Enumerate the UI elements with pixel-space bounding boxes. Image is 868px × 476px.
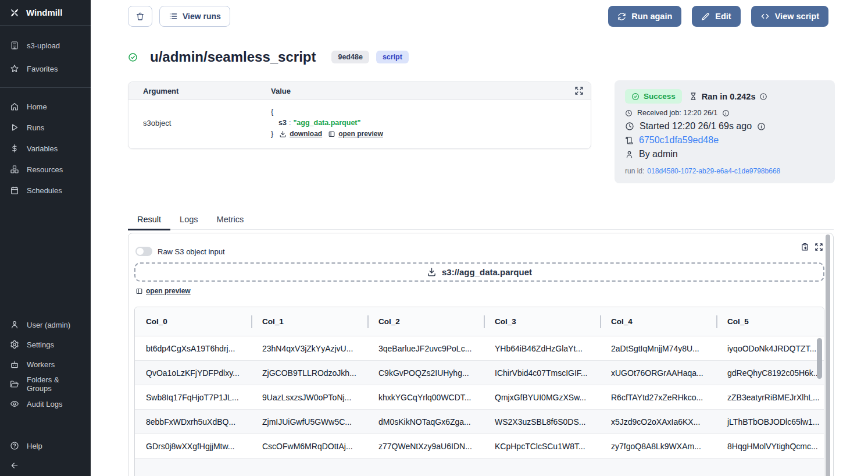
column-divider[interactable] [484,315,485,328]
json-key: s3 [278,119,287,127]
table-cell: dM0sKikNOTaqGx6Zga... [367,417,484,427]
delete-button[interactable] [128,6,152,27]
column-divider[interactable] [600,315,601,328]
arguments-card: Argument Value s3object { s3:"agg_data.p… [128,81,591,149]
result-data-table: Col_0 Col_1 Col_2 Col_3 Col_4 Col_5 bt6d… [134,307,824,476]
table-header-row: Col_0 Col_1 Col_2 Col_3 Col_4 Col_5 [135,307,824,336]
s3-file-download-area[interactable]: s3://agg_data.parquet [134,262,824,282]
play-icon [10,123,19,132]
sidebar-item-label: s3-upload [27,41,60,50]
table-row[interactable]: bt6dp4CgXsA19T6hdrj... 23hN4qxV3jZkYyAzj… [135,336,824,361]
column-divider[interactable] [367,315,369,328]
code-icon [760,12,770,21]
table-cell: 8ebbFxWDxrh5uXdBQ... [135,417,251,427]
toolbar-left: View runs [128,6,230,27]
sidebar-collapse-button[interactable] [0,456,91,475]
table-cell: R6cfTAYtd27xZeRHkco... [600,393,716,402]
sidebar-item-user-admin[interactable]: User (admin) [0,315,91,335]
table-row[interactable]: Swb8Iq17FqHjoT7P1JL... 9UazLsxzsJW0oPToN… [135,385,824,410]
open-preview-link[interactable]: open preview [328,129,383,140]
tab-metrics[interactable]: Metrics [208,212,253,230]
argument-column-header: Argument [128,87,256,95]
sidebar-item-label: Home [27,102,47,111]
run-id-row: run id: 018d4580-1072-ab29-e6a4-c1de9798… [625,167,824,175]
info-icon[interactable] [757,122,766,131]
json-colon: : [289,119,291,127]
table-cell: GDrs0j8wXXgfHgjjMtw... [135,442,251,451]
table-cell: 9UazLsxzsJW0oPToNj... [251,393,367,402]
sidebar-item-workers[interactable]: Workers [0,354,91,374]
list-icon [169,12,178,21]
check-circle-icon [631,93,640,101]
table-cell: jLThBTbOBJODlc65lw1... [716,417,824,427]
app-title: Windmill [26,8,62,17]
sidebar-item-variables[interactable]: Variables [0,138,91,159]
expand-icon[interactable] [815,243,823,251]
sidebar-item-runs[interactable]: Runs [0,117,91,138]
sidebar-item-folders-groups[interactable]: Folders & Groups [0,374,91,394]
table-cell: 2aDtSgtIqMnjjM74y8U... [600,344,716,353]
raw-s3-toggle[interactable] [135,247,152,256]
trash-icon [135,12,145,21]
arguments-header: Argument Value [128,82,591,100]
sidebar-item-label: User (admin) [27,321,70,329]
sidebar-item-label: Workers [27,360,55,369]
status-label: Success [644,92,676,101]
view-runs-button[interactable]: View runs [159,6,230,27]
open-preview-link[interactable]: open preview [135,287,191,295]
panel-scrollbar[interactable] [826,235,830,476]
run-again-button[interactable]: Run again [608,6,681,27]
column-divider[interactable] [251,315,252,328]
table-cell: gdReQhyC8192c05H6k.. [716,368,824,378]
info-icon[interactable] [722,109,730,117]
user-icon [625,150,634,159]
sidebar-workspace-section: s3-upload Favorites [0,34,91,80]
sidebar-item-home[interactable]: Home [0,96,91,117]
sidebar-item-favorites[interactable]: Favorites [0,57,91,80]
duration: Ran in 0.242s [689,92,768,101]
sidebar-item-s3-upload[interactable]: s3-upload [0,34,91,57]
sidebar-item-settings[interactable]: Settings [0,335,91,354]
table-cell: YHb64iB46ZdHzGlaYt... [484,344,600,353]
toolbar-right: Run again Edit View script [608,6,828,27]
calendar-icon [10,186,19,195]
page-header: u/admin/seamless_script 9ed48e script [128,49,409,65]
run-again-label: Run again [631,12,672,21]
sidebar-item-audit-logs[interactable]: Audit Logs [0,394,91,414]
run-id-link[interactable]: 018d4580-1072-ab29-e6a4-c1de9798b668 [647,167,780,175]
home-icon [10,102,19,111]
column-divider[interactable] [716,315,717,328]
table-scrollbar[interactable] [817,338,822,379]
clipboard-copy-icon[interactable] [801,243,809,251]
table-cell: xUGOt76ORGrAAHaqa... [600,368,716,378]
eye-icon [10,399,19,408]
sidebar-item-resources[interactable]: Resources [0,159,91,180]
run-id-label: run id: [625,167,644,175]
tab-logs[interactable]: Logs [170,212,207,230]
open-preview-label: open preview [338,129,383,140]
app-brand[interactable]: Windmill [0,0,91,26]
info-icon[interactable] [759,93,767,101]
view-script-button[interactable]: View script [751,6,828,27]
run-by-row: By admin [625,149,824,159]
sidebar-item-help[interactable]: Help [0,436,91,456]
expand-icon[interactable] [574,86,584,95]
tab-result[interactable]: Result [128,212,170,230]
toggle-knob [137,248,144,255]
sidebar-item-schedules[interactable]: Schedules [0,180,91,201]
boxes-icon [10,165,19,174]
edit-label: Edit [715,12,731,21]
job-hash-link[interactable]: 6750c1dfa59ed48e [639,135,719,145]
table-cell: zy7fgoQ8A8Lk9WXAm... [600,442,716,451]
sidebar-item-label: Settings [27,340,54,349]
table-row[interactable] [135,459,824,476]
table-row[interactable]: GDrs0j8wXXgfHgjjMtw... CscOFwM6MRqDOttAj… [135,434,824,459]
download-link[interactable]: download [279,129,322,140]
column-header: Col_0 [135,317,251,326]
table-row[interactable]: 8ebbFxWDxrh5uXdBQ... ZjmIJUiGwfU5GWw5C..… [135,410,824,434]
panel-preview-icon [328,130,335,138]
sidebar-item-label: Variables [27,144,58,153]
table-row[interactable]: QvOa1oLzKFjYDFPdlxy... ZjGCOB9TLLROdzoJk… [135,361,824,385]
table-cell: zZB3eatyrRiBMEJrXlhL... [716,393,824,402]
edit-button[interactable]: Edit [692,6,740,27]
